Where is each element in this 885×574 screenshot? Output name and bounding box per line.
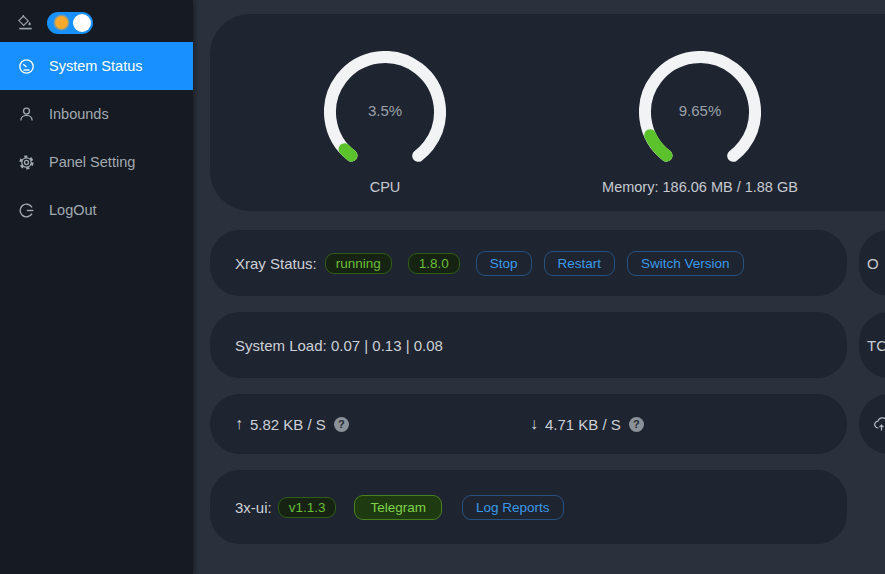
question-circle-icon[interactable]: ?: [629, 417, 644, 432]
sidebar-item-label: Inbounds: [49, 106, 109, 122]
sidebar-item-label: System Status: [49, 58, 142, 74]
dashboard-icon: [18, 58, 35, 75]
logout-icon: [18, 202, 35, 219]
sidebar-item-logout[interactable]: LogOut: [0, 186, 193, 234]
gauges-card: 3.5% CPU 9.65% Memory: 186.06 MB / 1.88 …: [210, 14, 885, 211]
app-info-row: 3x-ui: v1.1.3 Telegram Log Reports: [210, 470, 885, 544]
sidebar-item-panel-setting[interactable]: Panel Setting: [0, 138, 193, 186]
restart-button[interactable]: Restart: [544, 251, 616, 276]
memory-gauge-label: Memory: 186.06 MB / 1.88 GB: [540, 179, 860, 195]
sun-icon: [55, 16, 68, 29]
app-version-tag: v1.1.3: [278, 497, 337, 518]
log-reports-button[interactable]: Log Reports: [462, 495, 564, 520]
speed-row: ↑ 5.82 KB / S ? ↓ 4.71 KB / S ?: [210, 394, 885, 454]
xray-status-label: Xray Status:: [235, 255, 317, 272]
theme-colors-icon: [17, 14, 34, 31]
main-area: 3.5% CPU 9.65% Memory: 186.06 MB / 1.88 …: [193, 0, 885, 574]
right-card-1-text: O: [867, 255, 879, 272]
xray-status-row: Xray Status: running 1.8.0 Stop Restart …: [210, 230, 885, 296]
main-content: 3.5% CPU 9.65% Memory: 186.06 MB / 1.88 …: [193, 0, 885, 544]
system-load-text: System Load: 0.07 | 0.13 | 0.08: [235, 337, 443, 354]
upload-speed: ↑ 5.82 KB / S ?: [235, 415, 530, 433]
app-name-label: 3x-ui:: [235, 499, 272, 516]
xray-version-tag: 1.8.0: [408, 253, 460, 274]
system-load-row: System Load: 0.07 | 0.13 | 0.08 TC: [210, 312, 885, 378]
memory-gauge: 9.65% Memory: 186.06 MB / 1.88 GB: [540, 51, 860, 195]
right-card-3: [859, 394, 885, 454]
cloud-upload-icon: [872, 416, 885, 432]
gear-icon: [18, 154, 35, 171]
stop-button[interactable]: Stop: [476, 251, 532, 276]
sidebar-item-label: LogOut: [49, 202, 97, 218]
user-icon: [18, 106, 35, 123]
cpu-gauge-value: 3.5%: [324, 102, 446, 119]
sidebar: System Status Inbounds Panel Setting: [0, 0, 193, 574]
telegram-button[interactable]: Telegram: [354, 495, 442, 520]
cpu-gauge: 3.5% CPU: [265, 51, 505, 195]
arrow-down-icon: ↓: [530, 415, 538, 433]
switch-version-button[interactable]: Switch Version: [627, 251, 744, 276]
right-card-2: TC: [859, 312, 885, 378]
cpu-gauge-label: CPU: [265, 179, 505, 195]
sidebar-menu: System Status Inbounds Panel Setting: [0, 42, 193, 234]
right-card-1: O: [859, 230, 885, 296]
sidebar-topbar: [0, 0, 193, 36]
app-info-card: 3x-ui: v1.1.3 Telegram Log Reports: [210, 470, 847, 544]
download-speed-text: 4.71 KB / S: [545, 416, 621, 433]
right-card-2-text: TC: [867, 337, 885, 354]
theme-toggle[interactable]: [47, 12, 93, 34]
question-circle-icon[interactable]: ?: [334, 417, 349, 432]
system-load-card: System Load: 0.07 | 0.13 | 0.08: [210, 312, 847, 378]
upload-speed-text: 5.82 KB / S: [250, 416, 326, 433]
xray-running-tag: running: [325, 253, 392, 274]
download-speed: ↓ 4.71 KB / S ?: [530, 415, 644, 433]
speed-card: ↑ 5.82 KB / S ? ↓ 4.71 KB / S ?: [210, 394, 847, 454]
memory-gauge-value: 9.65%: [639, 102, 761, 119]
arrow-up-icon: ↑: [235, 415, 243, 433]
sidebar-item-inbounds[interactable]: Inbounds: [0, 90, 193, 138]
sidebar-item-system-status[interactable]: System Status: [0, 42, 193, 90]
sidebar-item-label: Panel Setting: [49, 154, 135, 170]
xray-status-card: Xray Status: running 1.8.0 Stop Restart …: [210, 230, 847, 296]
toggle-knob: [73, 14, 91, 32]
